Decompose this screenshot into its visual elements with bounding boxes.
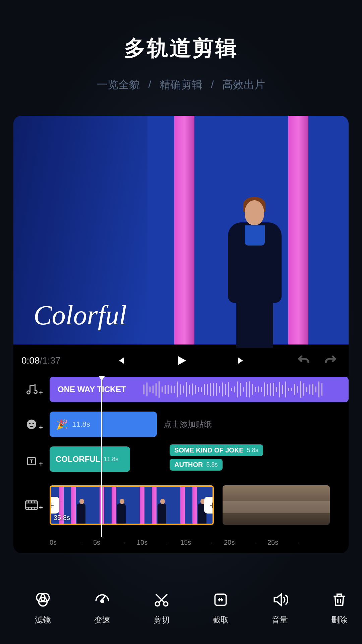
redo-button[interactable]: [320, 351, 341, 371]
svg-point-1: [29, 423, 31, 424]
text-chip-label: SOME KIND OF JOKE: [174, 446, 244, 454]
text-track: + COLORFUL 11.8s SOME KIND OF JOKE 5.8s …: [13, 446, 349, 476]
ruler-tick: 25s: [267, 539, 311, 546]
scissors-icon: [152, 590, 171, 609]
timeline-ruler[interactable]: 0s 5s 10s 15s 20s 25s: [13, 534, 349, 550]
sticker-track: + 🎉 11.8s 点击添加贴纸: [13, 412, 349, 437]
tool-label: 剪切: [154, 614, 170, 625]
editor-panel: Colorful 0:08 / 1:37: [13, 116, 349, 553]
ruler-tick: 0s: [50, 539, 93, 546]
play-button[interactable]: [171, 351, 191, 371]
tool-label: 音量: [272, 614, 288, 625]
tool-label: 滤镜: [35, 614, 51, 625]
tool-label: 变速: [94, 614, 110, 625]
crop-tool[interactable]: 截取: [211, 590, 230, 625]
subtitle-sep: /: [145, 78, 154, 91]
time-current: 0:08: [21, 355, 40, 366]
add-clip-before-button[interactable]: +: [50, 497, 59, 514]
video-preview[interactable]: Colorful: [13, 116, 349, 344]
video-clip-duration: 35.8s: [54, 514, 70, 522]
prev-button[interactable]: [111, 351, 131, 371]
playhead[interactable]: [101, 377, 102, 537]
video-clip[interactable]: [223, 485, 330, 525]
text-chip-duration: 5.8s: [247, 447, 258, 454]
page-title: 多轨道剪辑: [0, 34, 362, 63]
tool-label: 删除: [331, 614, 347, 625]
add-clip-after-button[interactable]: +: [204, 497, 214, 514]
ruler-tick: 20s: [224, 539, 267, 546]
music-clip[interactable]: ONE WAY TICKET: [50, 377, 349, 402]
time-total: 1:37: [42, 355, 61, 366]
undo-button[interactable]: [294, 351, 314, 371]
add-sticker-icon[interactable]: +: [21, 419, 42, 430]
ruler-tick: 10s: [137, 539, 180, 546]
svg-point-0: [27, 420, 36, 429]
svg-point-2: [33, 423, 34, 424]
cut-tool[interactable]: 剪切: [152, 590, 171, 625]
next-button[interactable]: [231, 351, 251, 371]
filter-icon: [34, 590, 52, 609]
sticker-duration: 11.8s: [72, 420, 90, 429]
speed-icon: [93, 590, 112, 609]
subtitle-part: 一览全貌: [97, 78, 140, 91]
ruler-tick: 15s: [180, 539, 224, 546]
playbar: 0:08 / 1:37: [13, 344, 349, 377]
music-clip-label: ONE WAY TICKET: [58, 385, 126, 394]
volume-icon: [270, 590, 289, 609]
delete-tool[interactable]: 删除: [330, 590, 349, 625]
video-clip-selected[interactable]: 35.8s + +: [50, 485, 214, 525]
add-music-icon[interactable]: +: [21, 383, 42, 395]
trash-icon: [330, 590, 349, 609]
text-chip[interactable]: AUTHOR 5.8s: [170, 459, 223, 471]
speed-tool[interactable]: 变速: [93, 590, 112, 625]
text-chip[interactable]: SOME KIND OF JOKE 5.8s: [170, 444, 263, 456]
timeline-tracks: + ONE WAY TICKET + 🎉 11.8s 点击添加贴纸: [13, 377, 349, 553]
subtitle-part: 高效出片: [222, 78, 265, 91]
time-separator: /: [40, 355, 43, 366]
sticker-emoji: 🎉: [56, 419, 68, 430]
subtitle-sep: /: [208, 78, 217, 91]
crop-icon: [211, 590, 230, 609]
ruler-tick: 5s: [93, 539, 137, 546]
bottom-toolbar: 滤镜 变速 剪切 截取 音量 删除: [13, 590, 362, 625]
text-clip-label: COLORFUL: [56, 454, 100, 464]
add-text-icon[interactable]: +: [21, 456, 42, 467]
svg-point-8: [101, 600, 104, 602]
page-subtitle: 一览全貌 / 精确剪辑 / 高效出片: [0, 77, 362, 92]
tool-label: 截取: [213, 614, 229, 625]
sticker-clip[interactable]: 🎉 11.8s: [50, 412, 157, 437]
text-clip-main[interactable]: COLORFUL 11.8s: [50, 446, 130, 472]
text-clip-duration: 11.8s: [104, 456, 118, 463]
sticker-placeholder[interactable]: 点击添加贴纸: [164, 412, 212, 437]
subtitle-part: 精确剪辑: [160, 78, 202, 91]
preview-watermark: Colorful: [34, 300, 127, 331]
text-chip-label: AUTHOR: [174, 461, 203, 469]
text-chip-duration: 5.8s: [206, 461, 218, 468]
volume-tool[interactable]: 音量: [270, 590, 289, 625]
video-track: + 35.8s + +: [13, 485, 349, 525]
add-video-icon[interactable]: +: [21, 500, 42, 510]
music-track: + ONE WAY TICKET: [13, 377, 349, 402]
filter-tool[interactable]: 滤镜: [34, 590, 52, 625]
